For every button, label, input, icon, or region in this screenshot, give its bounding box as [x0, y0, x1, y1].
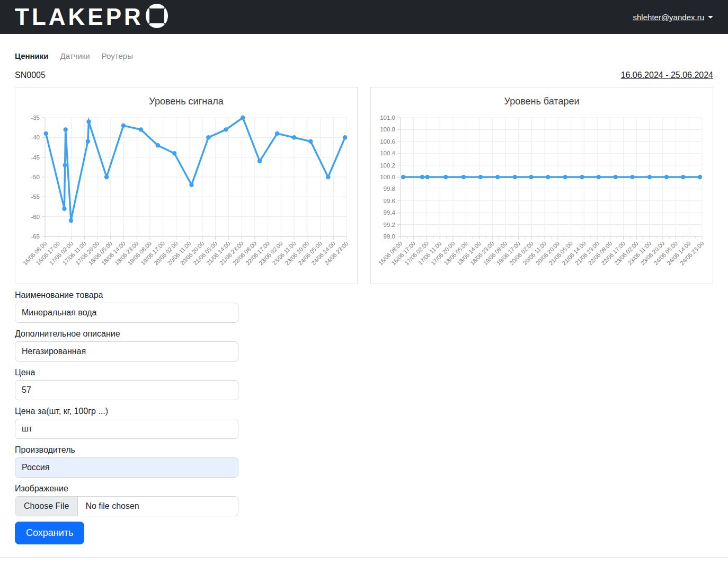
svg-text:100.6: 100.6	[380, 138, 395, 145]
svg-text:100.8: 100.8	[380, 126, 395, 133]
svg-text:100.0: 100.0	[380, 174, 395, 180]
svg-text:99.4: 99.4	[384, 209, 396, 216]
svg-text:-55: -55	[31, 193, 40, 200]
signal-chart[interactable]: -35-40-45-50-55-60-6516/06 08:0016/06 17…	[15, 107, 357, 282]
account-email: shlehter@yandex.ru	[633, 13, 704, 22]
svg-text:100.2: 100.2	[380, 162, 395, 169]
file-status: No file chosen	[78, 497, 139, 516]
svg-text:-50: -50	[31, 174, 40, 180]
svg-text:-40: -40	[31, 134, 40, 140]
support-text: Тех. поддержка - support@tlakepro.com	[0, 558, 728, 564]
battery-chart-card: Уровень батареи 101.0100.8100.6100.4100.…	[370, 87, 713, 284]
svg-text:-60: -60	[31, 214, 40, 220]
logo-aperture-o-icon	[144, 2, 169, 33]
price-input[interactable]	[15, 380, 238, 400]
battery-chart-title: Уровень батареи	[371, 96, 713, 107]
account-menu[interactable]: shlehter@yandex.ru	[633, 13, 713, 22]
unit-input[interactable]	[15, 419, 238, 439]
svg-text:101.0: 101.0	[380, 114, 395, 121]
app-logo[interactable]: TLAKEPR	[15, 2, 169, 33]
svg-text:100.4: 100.4	[380, 150, 395, 156]
description-input[interactable]	[15, 341, 238, 362]
image-label: Изображение	[15, 484, 238, 494]
choose-file-button[interactable]: Choose File	[15, 497, 78, 516]
manufacturer-input[interactable]	[15, 457, 238, 478]
product-name-input[interactable]	[15, 303, 238, 323]
svg-text:99.6: 99.6	[384, 198, 395, 204]
description-label: Дополнительное описание	[15, 329, 238, 339]
svg-text:99.2: 99.2	[384, 222, 395, 228]
serial-number: SN0005	[15, 70, 46, 80]
price-label: Цена	[15, 368, 238, 377]
footer: Тех. поддержка - support@tlakepro.com	[0, 557, 728, 564]
unit-label: Цена за(шт, кг, 100гр ...)	[15, 407, 238, 416]
main-nav: Ценники Датчики Роутеры	[15, 51, 713, 60]
date-range-link[interactable]: 16.06.2024 - 25.06.2024	[621, 70, 713, 80]
svg-text:99.0: 99.0	[384, 233, 395, 240]
svg-text:99.8: 99.8	[384, 186, 395, 192]
tab-sensors[interactable]: Датчики	[60, 51, 90, 60]
tab-pricetags[interactable]: Ценники	[15, 51, 49, 60]
app-header: TLAKEPR shlehter@yandex.ru	[0, 0, 728, 34]
image-file-input[interactable]: Choose File No file chosen	[15, 496, 238, 516]
signal-chart-title: Уровень сигнала	[15, 96, 357, 107]
caret-down-icon	[708, 16, 713, 19]
svg-text:-65: -65	[31, 233, 40, 240]
signal-chart-card: Уровень сигнала -35-40-45-50-55-60-6516/…	[15, 87, 358, 284]
product-name-label: Наименование товара	[15, 290, 238, 300]
tab-routers[interactable]: Роутеры	[102, 51, 133, 60]
save-button[interactable]: Сохранить	[15, 522, 84, 544]
logo-text: TLAKEPR	[15, 5, 144, 29]
svg-text:-45: -45	[31, 154, 40, 161]
manufacturer-label: Производитель	[15, 445, 238, 455]
svg-text:-35: -35	[31, 114, 40, 121]
battery-chart[interactable]: 101.0100.8100.6100.4100.2100.099.899.699…	[371, 107, 713, 282]
product-form: Наименование товара Дополнительное описа…	[15, 290, 238, 544]
